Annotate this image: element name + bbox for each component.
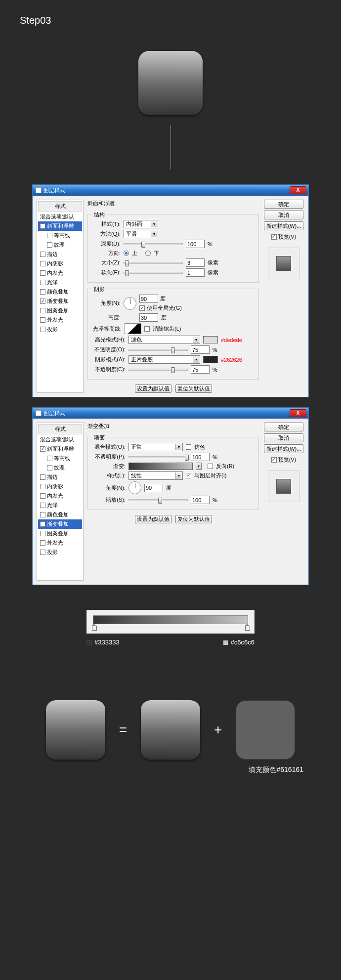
item-contour[interactable]: 等高线 (38, 454, 82, 463)
new-style-button[interactable]: 新建样式(W)... (264, 221, 303, 230)
opacity-input[interactable]: 100 (191, 453, 210, 461)
item-bevel[interactable]: 斜面和浮雕 (38, 444, 82, 454)
angle-input[interactable]: 90 (144, 484, 163, 492)
ok-button[interactable]: 确定 (264, 200, 303, 209)
style-select[interactable]: 线性▾ (128, 471, 183, 480)
item-contour[interactable]: 等高线 (38, 231, 82, 240)
item-outerglow[interactable]: 外发光 (38, 538, 82, 548)
reset-default-button[interactable]: 复位为默认值 (175, 384, 212, 393)
gloss-contour[interactable] (125, 323, 141, 334)
shadow-opacity-slider[interactable] (128, 369, 188, 371)
opacity-slider[interactable] (128, 456, 188, 458)
checkbox-icon[interactable] (40, 261, 45, 266)
size-input[interactable]: 3 (186, 258, 205, 267)
item-satin[interactable]: 光泽 (38, 278, 82, 287)
align-layer-checkbox[interactable] (186, 473, 191, 478)
gradient-bar[interactable] (93, 615, 248, 624)
checkbox-icon[interactable] (40, 298, 45, 304)
item-dropshadow[interactable]: 投影 (38, 325, 82, 334)
size-slider[interactable] (124, 262, 183, 264)
checkbox-icon[interactable] (40, 493, 45, 499)
hilite-mode-select[interactable]: 滤色▾ (128, 336, 200, 344)
checkbox-icon[interactable] (40, 280, 45, 285)
reset-default-button[interactable]: 复位为默认值 (175, 515, 212, 523)
shadow-opacity-input[interactable]: 75 (191, 365, 210, 374)
item-innerglow[interactable]: 内发光 (38, 268, 82, 278)
depth-input[interactable]: 100 (186, 240, 205, 248)
checkbox-icon[interactable] (47, 465, 52, 470)
scale-slider[interactable] (128, 499, 188, 501)
checkbox-icon[interactable] (40, 550, 45, 555)
checkbox-icon[interactable] (40, 252, 45, 257)
chevron-down-icon[interactable]: ▾ (196, 463, 202, 470)
set-default-button[interactable]: 设置为默认值 (135, 515, 171, 523)
style-select[interactable]: 内斜面▾ (124, 220, 158, 228)
shadow-color-swatch[interactable] (203, 356, 218, 363)
preview-checkbox[interactable] (271, 457, 277, 463)
checkbox-icon[interactable] (47, 456, 52, 461)
close-button[interactable]: X (290, 409, 306, 417)
item-bevel[interactable]: 斜面和浮雕 (38, 221, 82, 231)
checkbox-icon[interactable] (40, 531, 45, 536)
cancel-button[interactable]: 取消 (264, 433, 303, 442)
item-patternoverlay[interactable]: 图案叠加 (38, 529, 82, 538)
checkbox-icon[interactable] (40, 446, 45, 452)
blend-defaults-item[interactable]: 混合选项:默认 (38, 212, 82, 221)
set-default-button[interactable]: 设置为默认值 (135, 384, 171, 393)
checkbox-icon[interactable] (40, 317, 45, 323)
checkbox-icon[interactable] (40, 270, 45, 276)
item-coloroverlay[interactable]: 颜色叠加 (38, 287, 82, 297)
item-outerglow[interactable]: 外发光 (38, 315, 82, 325)
checkbox-icon[interactable] (47, 233, 52, 238)
item-stroke[interactable]: 描边 (38, 472, 82, 482)
shadow-mode-select[interactable]: 正片叠底▾ (128, 355, 200, 364)
soften-input[interactable]: 1 (186, 268, 205, 277)
technique-select[interactable]: 平滑▾ (124, 230, 158, 238)
gradient-stop-right[interactable] (245, 624, 250, 630)
angle-dial[interactable] (124, 297, 136, 310)
titlebar[interactable]: 图层样式 X (33, 408, 308, 419)
item-texture[interactable]: 纹理 (38, 463, 82, 472)
checkbox-icon[interactable] (40, 540, 45, 546)
global-light-checkbox[interactable] (139, 305, 145, 311)
soften-slider[interactable] (124, 272, 183, 274)
ok-button[interactable]: 确定 (264, 423, 303, 431)
checkbox-icon[interactable] (40, 327, 45, 332)
item-texture[interactable]: 纹理 (38, 240, 82, 250)
checkbox-icon[interactable] (40, 521, 45, 527)
checkbox-icon[interactable] (40, 474, 45, 480)
scale-input[interactable]: 100 (191, 496, 210, 504)
antialias-checkbox[interactable] (144, 326, 150, 332)
direction-down-radio[interactable] (145, 251, 151, 256)
titlebar[interactable]: 图层样式 X (33, 185, 308, 196)
checkbox-icon[interactable] (40, 223, 45, 229)
checkbox-icon[interactable] (40, 308, 45, 313)
hilite-color-swatch[interactable] (203, 336, 218, 343)
cancel-button[interactable]: 取消 (264, 211, 303, 219)
checkbox-icon[interactable] (40, 503, 45, 508)
item-gradientoverlay[interactable]: 渐变叠加 (38, 297, 82, 306)
altitude-input[interactable]: 30 (139, 313, 158, 322)
checkbox-icon[interactable] (47, 242, 52, 248)
gradient-swatch[interactable] (128, 463, 193, 470)
dither-checkbox[interactable] (186, 444, 191, 450)
checkbox-icon[interactable] (40, 512, 45, 517)
item-coloroverlay[interactable]: 颜色叠加 (38, 510, 82, 519)
new-style-button[interactable]: 新建样式(W)... (264, 444, 303, 453)
gradient-stop-left[interactable] (91, 624, 96, 630)
depth-slider[interactable] (124, 243, 183, 245)
angle-dial[interactable] (128, 481, 141, 494)
item-gradientoverlay[interactable]: 渐变叠加 (38, 519, 82, 529)
hilite-opacity-slider[interactable] (128, 349, 188, 351)
item-patternoverlay[interactable]: 图案叠加 (38, 306, 82, 315)
item-innerglow[interactable]: 内发光 (38, 491, 82, 501)
reverse-checkbox[interactable] (208, 464, 213, 469)
blend-defaults-item[interactable]: 混合选项:默认 (38, 435, 82, 444)
item-innershadow[interactable]: 内阴影 (38, 482, 82, 491)
angle-input[interactable]: 90 (139, 295, 158, 303)
item-stroke[interactable]: 描边 (38, 250, 82, 259)
hilite-opacity-input[interactable]: 75 (191, 345, 210, 354)
checkbox-icon[interactable] (40, 484, 45, 489)
blend-select[interactable]: 正常▾ (128, 443, 183, 451)
preview-checkbox[interactable] (271, 234, 277, 240)
